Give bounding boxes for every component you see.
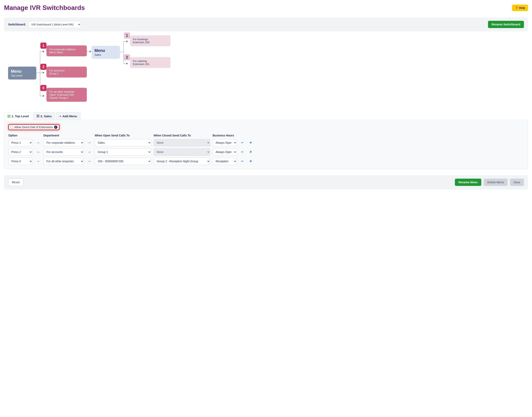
node-line: For corporate relations [49,48,84,51]
direct-dial-label: Allow Direct-Dial of Extensions [14,125,53,129]
question-circle-icon: ❓ [515,6,518,10]
closed-dest-select[interactable]: Group 2 - Reception Night Group [154,158,210,165]
arrow-right-icon: → [35,150,41,154]
ivr-diagram: Menu Top Level 1 For corporate relations… [4,35,528,110]
reset-button[interactable]: Reset [8,178,23,186]
node-title: Menu [11,69,33,74]
option-select[interactable]: Press 0 [8,158,32,165]
node-line: Menu Sales [49,51,84,54]
diagram-subopt-2[interactable]: 2 For catering Extension 201 [130,57,170,68]
tab-label: Add Menu [63,115,77,118]
department-select[interactable]: For corporate relations [43,139,84,146]
diagram-root-node[interactable]: Menu Top Level [8,67,36,80]
option-key: 0 [40,85,46,91]
node-sub: Sales [94,53,117,56]
add-row-button[interactable]: + [248,149,254,155]
option-key: 2 [124,54,130,60]
arrow-right-icon: → [86,159,92,164]
save-button[interactable]: Save [510,179,524,186]
tab-add-menu[interactable]: + Add Menu [56,112,80,120]
node-title: Menu [94,48,117,53]
delete-menu-button[interactable]: Delete Menu [484,179,508,186]
node-line: Open: Extension 200 [49,93,84,96]
tab-label: 2. Sales [41,115,52,118]
open-dest-select[interactable]: Sales [95,139,151,146]
remove-row-button[interactable]: − [239,149,245,155]
node-line: Group 1 [49,72,84,75]
info-icon[interactable]: i [54,125,57,129]
col-department: Department [43,134,84,137]
node-line: Closed: Group 2 [49,96,84,99]
node-line: Extension 200 [133,41,167,44]
tab-sales[interactable]: 2. Sales [33,112,55,120]
col-closed: When Closed Send Calls To [154,134,210,137]
node-line: For accounts [49,69,84,72]
diagram-submenu-node[interactable]: Menu Sales [92,46,120,59]
arrow-right-icon: → [35,159,41,164]
node-line: Extension 201 [133,63,167,66]
node-line: For bookings [133,38,167,41]
col-option: Option [8,134,32,137]
arrow-right-icon: → [86,141,92,145]
option-key: 2 [40,64,46,70]
department-select[interactable]: For accounts [43,148,84,156]
arrow-right-icon: → [35,141,41,145]
hours-select[interactable]: Always Open [213,148,237,156]
diagram-option-1[interactable]: 1 For corporate relations Menu Sales [46,45,87,56]
remove-row-button[interactable]: − [239,159,245,164]
open-dest-select[interactable]: 200 - 30999999*200 [95,158,151,165]
diagram-subopt-1[interactable]: 1 For bookings Extension 200 [130,35,170,46]
option-select[interactable]: Press 2 [8,148,32,156]
department-select[interactable]: For all other enquiries [43,158,84,165]
menu-config-panel: Allow Direct-Dial of Extensions i Option… [4,120,528,169]
direct-dial-checkbox[interactable] [10,126,13,129]
direct-dial-highlight: Allow Direct-Dial of Extensions i [8,124,60,130]
node-line: For catering [133,60,167,63]
add-row-button[interactable]: + [248,140,254,145]
menu-tabs: 1. Top Level 2. Sales + Add Menu [4,112,528,120]
col-open: When Open Send Calls To [95,134,151,137]
option-key: 1 [124,32,130,39]
remove-row-button[interactable]: − [239,140,245,145]
options-grid: Option Department When Open Send Calls T… [8,134,524,165]
rename-menu-button[interactable]: Rename Menu [455,179,481,186]
option-key: 1 [40,42,46,49]
help-button[interactable]: ❓ Help [512,5,528,11]
list-icon [8,115,10,117]
option-select[interactable]: Press 1 [8,139,32,146]
switchboard-toolbar: Switchboard: IVR Switchboard 1 (Multi-Le… [4,18,528,31]
switchboard-label: Switchboard: [8,23,26,26]
add-row-button[interactable]: + [248,159,254,164]
open-dest-select[interactable]: Group 1 [95,148,151,156]
hours-select[interactable]: Always Open [213,139,237,146]
arrow-right-icon: → [86,150,92,154]
col-hours: Business Hours [213,134,237,137]
closed-dest-select[interactable]: None [154,148,210,156]
page-title: Manage IVR Switchboards [4,4,85,11]
diagram-option-2[interactable]: 2 For accounts Group 1 [46,67,87,77]
node-line: For all other enquiries [49,90,84,93]
node-sub: Top Level [11,74,33,77]
tab-top-level[interactable]: 1. Top Level [4,112,32,120]
switchboard-select[interactable]: IVR Switchboard 1 (Multi-Level IVR) [29,21,81,28]
help-label: Help [519,6,525,10]
plus-icon: + [59,115,61,118]
tab-label: 1. Top Level [11,115,29,118]
hours-select[interactable]: Reception [213,158,237,165]
footer-toolbar: Reset Rename Menu Delete Menu Save [4,175,528,189]
rename-switchboard-button[interactable]: Rename Switchboard [488,21,524,28]
diagram-option-0[interactable]: 0 For all other enquiries Open: Extensio… [46,88,87,102]
list-icon [37,115,39,117]
closed-dest-select[interactable]: None [154,139,210,146]
